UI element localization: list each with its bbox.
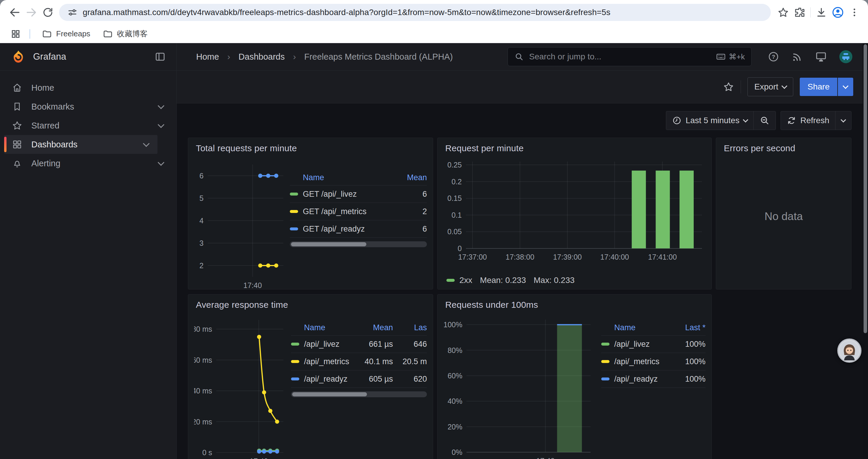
apps-grid-button[interactable] [9, 27, 23, 41]
bookmark-folder-blogs[interactable]: 收藏博客 [98, 27, 152, 41]
legend-row[interactable]: GET /api/_metrics 2 [290, 203, 427, 220]
sidebar-item-alerting[interactable]: Alerting [0, 154, 176, 173]
chevron-down-icon[interactable] [158, 102, 164, 109]
back-button[interactable] [6, 4, 23, 21]
bar-chart[interactable]: 0%20%40%60%80%100%17:40 [443, 316, 594, 459]
refresh-interval-button[interactable] [835, 111, 851, 130]
chart-legend[interactable]: 2xx Mean: 0.233 Max: 0.233 [446, 274, 706, 286]
legend-row[interactable]: /api/_readyz 605 µs 620 [291, 370, 427, 388]
panel-total-requests-per-minute[interactable]: Total requests per minute 2345617:40 Nam… [188, 138, 433, 290]
panel-requests-under-100ms[interactable]: Requests under 100ms 0%20%40%60%80%100%1… [437, 294, 712, 459]
assistant-avatar[interactable] [837, 338, 862, 363]
legend-row[interactable]: /api/_readyz 100% [601, 370, 706, 388]
chevron-down-icon[interactable] [143, 140, 150, 147]
dock-menu-toggle[interactable] [155, 51, 166, 62]
legend-header-name[interactable]: Name [601, 323, 664, 332]
favorite-dashboard-star-icon[interactable] [723, 81, 734, 93]
sidebar-item-label: Dashboards [31, 140, 78, 150]
url-bar[interactable]: grafana.mathmast.com/d/deytv4rwavabkb/fr… [59, 4, 771, 21]
bookmarks-bar: Freeleaps 收藏博客 [0, 25, 868, 43]
export-button[interactable]: Export [747, 77, 793, 96]
monitor-icon[interactable] [815, 51, 827, 63]
download-icon [815, 6, 827, 18]
panel-title[interactable]: Errors per second [724, 143, 845, 156]
sidebar-item-dashboards[interactable]: Dashboards [4, 135, 157, 154]
panel-average-response-time[interactable]: Average response time 0 s20 ms40 ms60 ms… [188, 294, 433, 459]
bookmark-folder-freeleaps[interactable]: Freeleaps [37, 27, 95, 41]
sidebar-item-starred[interactable]: Starred [0, 116, 176, 135]
legend-header-mean[interactable]: Mean [349, 323, 393, 332]
search-input[interactable] [529, 52, 711, 62]
site-settings-icon[interactable] [67, 7, 78, 18]
series-color-pill [291, 360, 299, 363]
reload-button[interactable] [39, 4, 56, 21]
chevron-down-icon[interactable] [158, 159, 164, 166]
scrollbar-thumb[interactable] [864, 44, 867, 333]
legend-row[interactable]: GET /api/_livez 6 [290, 186, 427, 203]
scrollbar-thumb[interactable] [291, 242, 366, 246]
bookmark-folder-label: 收藏博客 [117, 29, 148, 39]
legend-mean: Mean: 0.233 [480, 275, 526, 285]
legend-header-mean[interactable]: Mean [395, 173, 427, 182]
series-name[interactable]: 2xx [459, 275, 472, 285]
search-box[interactable]: ⌘+k [507, 47, 752, 66]
grafana-logo[interactable] [11, 50, 25, 64]
legend-row[interactable]: /api/_livez 661 µs 646 [291, 335, 427, 353]
sidebar: Grafana Home Bookmarks Starred [0, 43, 177, 459]
help-icon[interactable]: ? [768, 51, 779, 63]
panel-title[interactable]: Request per minute [445, 143, 706, 156]
chart-area[interactable]: 0%20%40%60%80%100%17:40 [443, 316, 594, 459]
toolbar-divider [741, 80, 741, 93]
line-chart[interactable]: 0 s20 ms40 ms60 ms80 ms17:40 [194, 316, 286, 459]
scrollbar-thumb[interactable] [292, 392, 367, 396]
legend-header-name[interactable]: Name [290, 173, 395, 182]
legend-header-name[interactable]: Name [291, 323, 349, 332]
refresh-button[interactable]: Refresh [781, 111, 835, 130]
zoom-out-icon [760, 116, 770, 126]
profile-button[interactable] [830, 4, 846, 21]
panel-title[interactable]: Average response time [196, 300, 427, 312]
forward-button[interactable] [23, 4, 39, 21]
chevron-down-icon [781, 83, 787, 89]
breadcrumb-dashboards[interactable]: Dashboards [239, 52, 284, 62]
zoom-out-button[interactable] [753, 111, 776, 130]
legend-header-last[interactable]: Las [393, 323, 427, 332]
browser-menu-button[interactable] [846, 4, 863, 21]
no-data-message: No data [765, 210, 803, 223]
chart-area[interactable]: 2345617:40 [194, 160, 286, 291]
bar-chart[interactable]: 00.050.10.150.20.2517:37:0017:38:0017:39… [443, 156, 706, 268]
legend-row[interactable]: GET /api/_readyz 6 [290, 220, 427, 238]
panel-title[interactable]: Total requests per minute [196, 143, 427, 156]
news-rss-icon[interactable] [791, 51, 803, 63]
panel-errors-per-second[interactable]: Errors per second No data [716, 138, 851, 290]
sidebar-item-bookmarks[interactable]: Bookmarks [0, 97, 176, 116]
legend-horizontal-scrollbar[interactable] [291, 391, 427, 397]
breadcrumb-home[interactable]: Home [196, 52, 219, 62]
sidebar-item-label: Starred [31, 121, 59, 131]
legend-header-last[interactable]: Last * [664, 323, 706, 332]
bookmark-page-button[interactable] [775, 4, 792, 21]
page-scrollbar[interactable] [863, 43, 868, 459]
line-chart[interactable]: 2345617:40 [194, 160, 286, 290]
time-range-picker[interactable]: Last 5 minutes [666, 111, 753, 130]
svg-text:0.15: 0.15 [447, 194, 462, 202]
legend-row[interactable]: /api/_livez 100% [601, 335, 706, 353]
svg-text:0.2: 0.2 [452, 177, 462, 186]
share-button[interactable]: Share [800, 78, 837, 96]
sidebar-item-home[interactable]: Home [0, 78, 176, 97]
refresh-group: Refresh [780, 111, 851, 130]
legend-horizontal-scrollbar[interactable] [290, 241, 427, 247]
svg-text:80%: 80% [447, 346, 462, 355]
downloads-button[interactable] [813, 4, 830, 21]
sidebar-item-label: Alerting [31, 159, 60, 168]
share-menu-button[interactable] [838, 78, 853, 96]
legend-row[interactable]: /api/_metrics 40.1 ms 20.5 m [291, 353, 427, 370]
user-avatar[interactable] [839, 50, 852, 64]
chevron-down-icon[interactable] [158, 121, 164, 128]
panel-title[interactable]: Requests under 100ms [445, 300, 706, 312]
legend-row[interactable]: /api/_metrics 100% [601, 353, 706, 370]
extensions-button[interactable] [792, 4, 808, 21]
chart-area[interactable]: 0 s20 ms40 ms60 ms80 ms17:40 [194, 316, 286, 459]
refresh-label: Refresh [800, 116, 829, 125]
panel-request-per-minute[interactable]: Request per minute 00.050.10.150.20.2517… [437, 138, 712, 290]
